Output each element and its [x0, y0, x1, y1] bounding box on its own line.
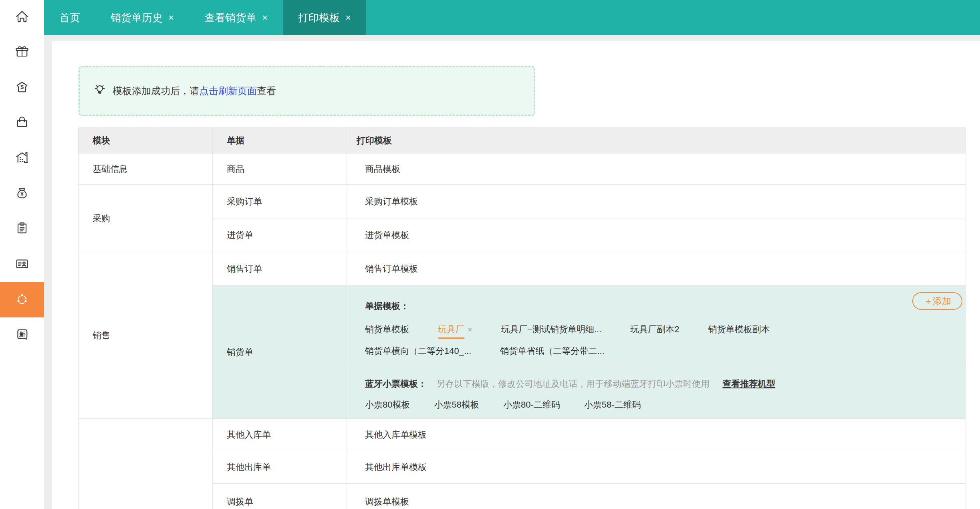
lightbulb-icon [93, 83, 113, 99]
refresh-notice-banner: 模板添加成功后，请点击刷新页面查看 [79, 66, 535, 116]
template-link[interactable]: 小票80模板 [365, 399, 410, 411]
template-link[interactable]: 销货单横向（二等分140_... [365, 345, 471, 357]
module-cell: 销售 [79, 252, 213, 419]
table-header-row: 模块 单据 打印模板 [79, 128, 966, 154]
sidebar-item-gift[interactable] [0, 35, 44, 71]
tab-label: 查看销货单 [204, 11, 256, 25]
purchase-bag-icon [14, 115, 30, 132]
doc-templates-section: ＋添加 单据模板： 销货单模板 玩具厂× 玩具厂–测试销货单明细... 玩具厂副… [347, 286, 966, 364]
sidebar-item-contacts[interactable] [0, 247, 44, 282]
template-list-row-1: 销货单模板 玩具厂× 玩具厂–测试销货单明细... 玩具厂副本2 销货单模板副本 [365, 323, 966, 335]
sidebar-item-purchase[interactable] [0, 106, 44, 141]
bluetooth-templates-title: 蓝牙小票模板： [365, 378, 427, 390]
tab-close-icon[interactable]: × [262, 12, 268, 23]
module-cell: 基础信息 [79, 154, 213, 185]
header-doc: 单据 [213, 128, 347, 154]
tab-bar: 首页 销货单历史 × 查看销货单 × 打印模板 × [44, 0, 980, 35]
template-cell: 调拨单模板 [347, 484, 966, 509]
report-clipboard-icon [14, 220, 30, 238]
template-link[interactable]: 销货单省纸（二等分带二... [500, 345, 604, 357]
sidebar-item-home[interactable] [0, 0, 44, 35]
sidebar: $ ¥ 新 [0, 0, 44, 509]
recommended-models-link[interactable]: 查看推荐机型 [722, 379, 775, 389]
tab-close-icon[interactable]: × [345, 12, 351, 23]
template-link[interactable]: 小票58模板 [434, 399, 479, 411]
sidebar-item-share[interactable] [0, 282, 44, 317]
doc-cell: 调拨单 [213, 484, 347, 509]
doc-cell: 其他入库单 [213, 419, 347, 451]
doc-cell: 进货单 [213, 218, 347, 252]
template-link[interactable]: 销货单模板 [365, 323, 409, 335]
doc-cell: 采购订单 [213, 185, 347, 218]
template-list-row-2: 销货单横向（二等分140_... 销货单省纸（二等分带二... [365, 345, 966, 357]
tab-sales-history[interactable]: 销货单历史 × [95, 0, 189, 35]
tab-home[interactable]: 首页 [44, 0, 95, 35]
contacts-card-icon [14, 256, 30, 273]
template-link[interactable]: 小票58-二维码 [584, 399, 641, 411]
template-link[interactable]: 玩具厂–测试销货单明细... [501, 323, 602, 335]
sidebar-item-warehouse[interactable] [0, 141, 44, 176]
bluetooth-title-line: 蓝牙小票模板： 另存以下模版，修改公司地址及电话，用于移动端蓝牙打印小票时使用 … [365, 378, 966, 390]
doc-cell: 销货单 [213, 286, 347, 419]
table-row: 基础信息 商品 商品模板 [79, 154, 966, 185]
template-link[interactable]: 其他入库单模板 [365, 430, 427, 440]
svg-text:¥: ¥ [20, 191, 24, 197]
template-link[interactable]: 玩具厂副本2 [630, 323, 679, 335]
tab-label: 销货单历史 [111, 11, 163, 25]
header-module: 模块 [79, 128, 213, 154]
whats-new-icon: 新 [14, 326, 30, 344]
template-cell: 销售订单模板 [347, 252, 966, 286]
template-link-active-wrap: 玩具厂× [438, 323, 472, 335]
store-sales-icon: $ [14, 79, 30, 97]
sidebar-item-reports[interactable] [0, 212, 44, 247]
tab-print-template[interactable]: 打印模板 × [283, 0, 366, 35]
template-cell: 其他入库单模板 [347, 419, 966, 451]
bluetooth-description: 另存以下模版，修改公司地址及电话，用于移动端蓝牙打印小票时使用 [436, 379, 710, 389]
template-link[interactable]: 商品模板 [365, 164, 400, 174]
template-link[interactable]: 销售订单模板 [365, 264, 418, 274]
tab-view-sales-doc[interactable]: 查看销货单 × [189, 0, 283, 35]
template-link-active[interactable]: 玩具厂 [438, 324, 464, 339]
svg-text:新: 新 [19, 331, 25, 337]
warehouse-icon [14, 150, 30, 168]
add-template-button[interactable]: ＋添加 [912, 292, 962, 310]
sidebar-item-finance[interactable]: ¥ [0, 176, 44, 212]
template-close-icon[interactable]: × [468, 325, 472, 334]
sales-doc-template-cell: ＋添加 单据模板： 销货单模板 玩具厂× 玩具厂–测试销货单明细... 玩具厂副… [347, 286, 966, 419]
template-cell: 商品模板 [347, 154, 966, 185]
gift-icon [14, 44, 30, 62]
module-cell [79, 419, 213, 509]
print-template-table: 模块 单据 打印模板 基础信息 商品 商品模板 采购 采购订单 采购订单模板 进… [78, 127, 966, 509]
template-link[interactable]: 销货单模板副本 [708, 323, 770, 335]
template-link[interactable]: 调拨单模板 [365, 497, 409, 507]
doc-cell: 商品 [213, 154, 347, 185]
template-link[interactable]: 其他出库单模板 [365, 462, 427, 472]
template-cell: 采购订单模板 [347, 185, 966, 218]
sidebar-item-whats-new[interactable]: 新 [0, 317, 44, 353]
module-cell: 采购 [79, 185, 213, 252]
svg-text:$: $ [20, 84, 24, 90]
home-icon [14, 9, 30, 26]
tab-label: 首页 [59, 11, 80, 25]
template-link[interactable]: 小票80-二维码 [503, 399, 560, 411]
doc-cell: 其他出库单 [213, 451, 347, 484]
tab-close-icon[interactable]: × [168, 12, 174, 23]
print-template-table-wrap: 模块 单据 打印模板 基础信息 商品 商品模板 采购 采购订单 采购订单模板 进… [78, 127, 966, 509]
template-cell: 其他出库单模板 [347, 451, 966, 484]
share-network-icon [14, 291, 30, 309]
money-bag-icon: ¥ [14, 185, 30, 203]
bluetooth-templates-section: 蓝牙小票模板： 另存以下模版，修改公司地址及电话，用于移动端蓝牙打印小票时使用 … [347, 364, 966, 418]
template-link[interactable]: 进货单模板 [365, 230, 409, 240]
template-cell: 进货单模板 [347, 218, 966, 252]
notice-text: 模板添加成功后，请点击刷新页面查看 [113, 85, 276, 97]
table-row: 采购 采购订单 采购订单模板 [79, 185, 966, 218]
sidebar-item-sales[interactable]: $ [0, 71, 44, 106]
header-template: 打印模板 [347, 128, 966, 154]
table-row: 销售 销售订单 销售订单模板 [79, 252, 966, 286]
doc-templates-title: 单据模板： [365, 300, 409, 312]
content-panel: 模板添加成功后，请点击刷新页面查看 模块 单据 打印模板 基础信息 商品 商品模… [52, 41, 980, 509]
refresh-page-link[interactable]: 点击刷新页面 [199, 85, 257, 96]
bluetooth-template-list: 小票80模板 小票58模板 小票80-二维码 小票58-二维码 [365, 399, 966, 411]
table-row: 其他入库单 其他入库单模板 [79, 419, 966, 451]
template-link[interactable]: 采购订单模板 [365, 196, 418, 206]
